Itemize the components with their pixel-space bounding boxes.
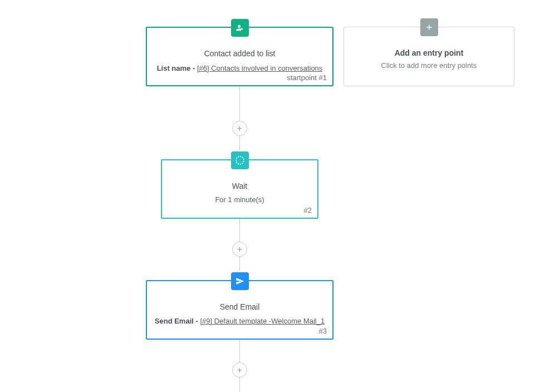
connector-line [239,257,240,271]
add-step-button[interactable]: + [232,242,247,257]
add-entry-title: Add an entry point [351,48,507,57]
node-tag: #2 [304,206,312,214]
node-title: Send Email [154,302,326,311]
node-desc: For 1 minute(s) [169,195,311,204]
add-step-button[interactable]: + [232,121,247,136]
connector-line [239,219,240,242]
connector-line [239,378,240,392]
node-add-entry-point[interactable]: Add an entry point Click to add more ent… [343,27,514,86]
node-tag: startpoint #1 [287,74,327,82]
node-send-email[interactable]: Send Email Send Email - [#9] Default tem… [146,280,333,340]
node-title: Contact added to list [154,49,326,58]
user-plus-icon [231,19,249,37]
node-desc: Send Email - [#9] Default template -Welc… [154,317,326,325]
list-link[interactable]: [#6] Contacts involved in conversations [197,64,322,72]
plus-icon [420,18,438,36]
connector-line [239,86,240,121]
workflow-canvas[interactable]: Contact added to list List name - [#6] C… [0,0,540,392]
connector-line [239,136,240,150]
plus-icon: + [237,124,242,133]
node-title: Wait [169,182,311,190]
template-link[interactable]: [#9] Default template -Welcome Mail_1 [200,317,325,325]
node-entry-contact-added[interactable]: Contact added to list List name - [#6] C… [146,27,333,86]
wait-icon [231,151,249,169]
plus-icon: + [237,366,242,375]
connector-line [239,340,240,362]
add-step-button[interactable]: + [232,362,247,378]
add-entry-subtitle: Click to add more entry points [351,61,507,70]
plus-icon: + [237,245,242,254]
node-wait[interactable]: Wait For 1 minute(s) #2 [161,159,318,219]
node-desc: List name - [#6] Contacts involved in co… [154,64,326,72]
node-tag: #3 [319,327,327,335]
paper-plane-icon [231,272,249,290]
